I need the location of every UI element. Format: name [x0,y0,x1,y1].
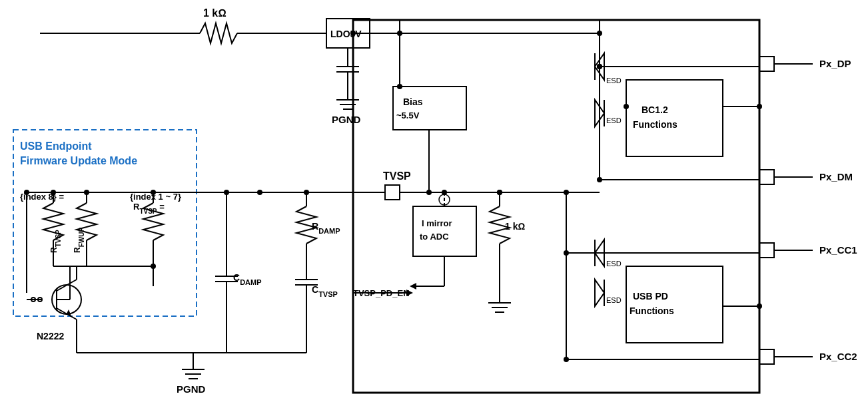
svg-marker-82 [410,283,416,290]
usb-pd-functions-label2: Functions [630,306,674,316]
tvsp-label: TVSP [383,170,411,182]
svg-marker-84 [406,290,413,296]
svg-point-59 [151,264,156,269]
px-cc1-label: Px_CC1 [819,244,857,256]
esd-bottom-pd-label: ESD [606,296,622,304]
px-dm-label: Px_DM [819,171,853,182]
svg-point-130 [597,64,602,69]
px-dp-label: Px_DP [819,58,851,69]
usb-endpoint-label1: USB Endpoint [20,140,92,152]
svg-rect-70 [393,87,466,130]
bc12-functions-label: BC1.2 [642,104,668,115]
svg-point-111 [757,104,762,109]
bc12-functions-label2: Functions [633,119,677,130]
svg-point-37 [84,190,89,195]
svg-rect-99 [759,170,774,184]
resistor-1k-top-label: 1 kΩ [203,7,226,19]
c-damp-label: CDAMP [233,272,262,286]
svg-point-107 [624,104,629,109]
svg-rect-118 [626,266,723,343]
c-tvsp-label: CTVSP [312,284,338,298]
resistor-1k-inner-label: 1 kΩ [505,221,525,232]
bias-value-label: ~5.5V [396,110,420,120]
svg-rect-96 [759,57,774,71]
esd-bottom-bc12-label: ESD [606,116,622,124]
esd-top-pd-label: ESD [606,260,622,268]
svg-point-143 [597,31,602,36]
svg-rect-101 [626,80,723,156]
usb-pd-functions-label: USB PD [633,291,668,302]
esd-top-bc12-label: ESD [606,77,622,85]
i-mirror-label1: I mirror [422,218,452,228]
svg-point-64 [224,190,229,195]
svg-point-42 [151,190,156,195]
svg-point-6 [350,31,356,36]
svg-marker-121 [595,280,604,306]
bias-label: Bias [403,97,423,107]
svg-point-93 [497,190,502,195]
pgnd-bottom-label: PGND [177,383,206,395]
px-cc2-label: Px_CC2 [819,351,857,362]
svg-rect-116 [759,349,774,364]
i-mirror-label2: to ADC [420,232,449,242]
svg-rect-113 [759,243,774,258]
svg-rect-18 [385,185,400,200]
usb-endpoint-label2: Firmware Update Mode [20,155,137,166]
pgnd-top-label: PGND [332,114,361,125]
r-damp-label: RDAMP [312,221,340,235]
n2222-label: N2222 [37,331,64,341]
